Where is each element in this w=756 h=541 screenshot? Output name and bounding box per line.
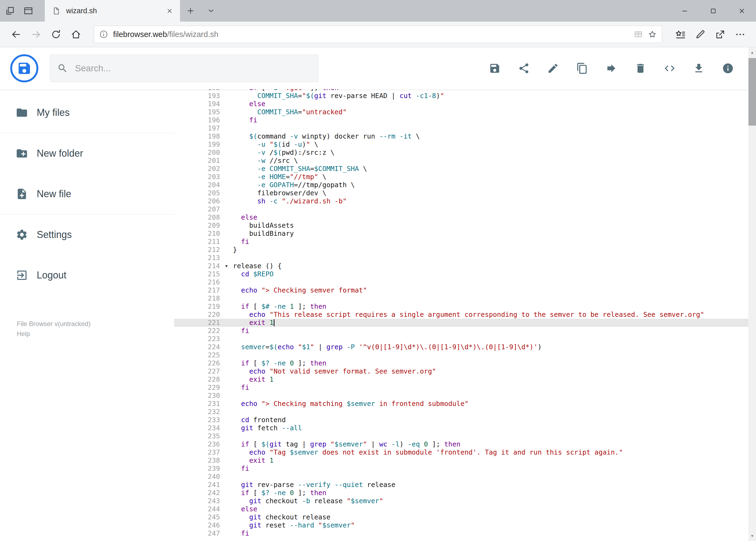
code-line-219[interactable]: 219 if [ $# -ne 1 ]; then bbox=[174, 302, 748, 310]
scroll-down-arrow[interactable]: ▼ bbox=[748, 531, 756, 540]
sidebar-item-logout[interactable]: Logout bbox=[0, 255, 174, 295]
code-line-220[interactable]: 220 echo "This release script requires a… bbox=[174, 310, 748, 319]
url-field[interactable]: filebrowser.web/files/wizard.sh bbox=[94, 26, 662, 43]
code-editor[interactable]: 192 if [ -d ".git" ]; then193 COMMIT_SHA… bbox=[174, 89, 748, 541]
sidebar-item-my-files[interactable]: My files bbox=[0, 92, 174, 133]
code-line-242[interactable]: 242 if [ $? -ne 0 ]; then bbox=[174, 489, 748, 497]
hub-button[interactable] bbox=[670, 24, 690, 44]
info-button[interactable] bbox=[722, 62, 734, 74]
code-line-202[interactable]: 202 -e COMMIT_SHA=$COMMIT_SHA \ bbox=[174, 165, 748, 173]
code-line-196[interactable]: 196 fi bbox=[174, 116, 748, 124]
sidebar-item-new-file[interactable]: New file bbox=[0, 174, 174, 214]
code-line-216[interactable]: 216 bbox=[174, 278, 748, 286]
code-line-229[interactable]: 229 fi bbox=[174, 383, 748, 392]
more-button[interactable] bbox=[730, 24, 750, 44]
code-line-245[interactable]: 245 git checkout release bbox=[174, 513, 748, 521]
code-line-228[interactable]: 228 exit 1 bbox=[174, 375, 748, 383]
code-line-192[interactable]: 192 if [ -d ".git" ]; then bbox=[174, 89, 748, 92]
help-link[interactable]: Help bbox=[17, 329, 174, 339]
reading-view-icon[interactable] bbox=[634, 30, 643, 39]
code-line-208[interactable]: 208 else bbox=[174, 214, 748, 222]
code-line-238[interactable]: 238 exit 1 bbox=[174, 456, 748, 465]
code-line-217[interactable]: 217 echo "> Checking semver format" bbox=[174, 286, 748, 294]
code-line-197[interactable]: 197 bbox=[174, 124, 748, 132]
code-line-221[interactable]: 221 exit 1 bbox=[174, 319, 748, 327]
code-line-243[interactable]: 243 git checkout -b release "$semver" bbox=[174, 497, 748, 505]
share-button[interactable] bbox=[710, 24, 730, 44]
scroll-up-arrow[interactable]: ▲ bbox=[748, 48, 756, 57]
code-line-223[interactable]: 223 bbox=[174, 335, 748, 343]
code-line-230[interactable]: 230 bbox=[174, 392, 748, 400]
code-line-210[interactable]: 210 buildBinary bbox=[174, 230, 748, 238]
code-line-207[interactable]: 207 bbox=[174, 205, 748, 214]
code-line-226[interactable]: 226 if [ $? -ne 0 ]; then bbox=[174, 359, 748, 367]
code-line-199[interactable]: 199 -u "$(id -u)" \ bbox=[174, 141, 748, 149]
code-line-225[interactable]: 225 bbox=[174, 351, 748, 359]
code-line-200[interactable]: 200 -v /$(pwd):/src:z \ bbox=[174, 149, 748, 157]
browser-tab[interactable]: wizard.sh bbox=[45, 0, 180, 22]
switch-editor-button[interactable] bbox=[664, 62, 675, 74]
code-line-204[interactable]: 204 -e GOPATH=//tmp/gopath \ bbox=[174, 181, 748, 189]
tab-preview-button[interactable] bbox=[23, 6, 34, 16]
delete-button[interactable] bbox=[634, 62, 646, 74]
code-line-233[interactable]: 233 cd frontend bbox=[174, 416, 748, 424]
code-line-212[interactable]: 212} bbox=[174, 246, 748, 254]
forward-button[interactable] bbox=[26, 24, 46, 44]
sidebar-item-settings[interactable]: Settings bbox=[0, 215, 174, 255]
annotate-button[interactable] bbox=[690, 24, 710, 44]
code-line-247[interactable]: 247 fi bbox=[174, 529, 748, 537]
favorite-star-icon[interactable] bbox=[648, 30, 657, 39]
search-box[interactable]: Search... bbox=[50, 55, 319, 82]
code-line-205[interactable]: 205 filebrowser/dev \ bbox=[174, 189, 748, 197]
set-tabs-aside-button[interactable] bbox=[5, 6, 15, 16]
edit-button[interactable] bbox=[547, 62, 559, 74]
filebrowser-logo[interactable] bbox=[10, 54, 38, 82]
download-button[interactable] bbox=[693, 62, 705, 74]
code-line-234[interactable]: 234 git fetch --all bbox=[174, 424, 748, 432]
scrollbar-thumb[interactable] bbox=[748, 58, 756, 126]
save-button[interactable] bbox=[489, 62, 501, 74]
code-line-224[interactable]: 224 semver=$(echo "$1" | grep -P '^v(0|[… bbox=[174, 343, 748, 351]
share-button[interactable] bbox=[518, 62, 530, 74]
fold-marker-icon[interactable]: ▾ bbox=[220, 262, 233, 270]
copy-button[interactable] bbox=[576, 62, 588, 74]
code-line-246[interactable]: 246 git reset --hard "$semver" bbox=[174, 521, 748, 529]
code-line-193[interactable]: 193 COMMIT_SHA="$(git rev-parse HEAD | c… bbox=[174, 92, 748, 100]
scrollbar[interactable]: ▲ ▼ bbox=[748, 47, 756, 541]
code-line-235[interactable]: 235 bbox=[174, 432, 748, 440]
refresh-button[interactable] bbox=[46, 24, 66, 44]
code-line-231[interactable]: 231 echo "> Checking matching $semver in… bbox=[174, 400, 748, 408]
code-line-195[interactable]: 195 COMMIT_SHA="untracked" bbox=[174, 108, 748, 116]
sidebar-item-new-folder[interactable]: New folder bbox=[0, 133, 174, 174]
code-line-244[interactable]: 244 else bbox=[174, 505, 748, 513]
code-line-213[interactable]: 213 bbox=[174, 254, 748, 262]
code-line-194[interactable]: 194 else bbox=[174, 100, 748, 108]
move-button[interactable] bbox=[606, 62, 617, 74]
code-line-239[interactable]: 239 fi bbox=[174, 465, 748, 473]
maximize-button[interactable] bbox=[699, 0, 727, 22]
back-button[interactable] bbox=[6, 24, 26, 44]
code-line-214[interactable]: 214▾release () { bbox=[174, 262, 748, 270]
minimize-button[interactable] bbox=[670, 0, 699, 22]
tab-list-button[interactable] bbox=[207, 6, 215, 15]
code-line-232[interactable]: 232 bbox=[174, 408, 748, 416]
new-tab-button[interactable] bbox=[186, 6, 195, 15]
code-line-236[interactable]: 236 if [ $(git tag | grep "$semver" | wc… bbox=[174, 440, 748, 448]
site-info-icon[interactable] bbox=[99, 30, 108, 39]
code-line-215[interactable]: 215 cd $REPO bbox=[174, 270, 748, 278]
code-line-206[interactable]: 206 sh -c "./wizard.sh -b" bbox=[174, 197, 748, 205]
code-line-211[interactable]: 211 fi bbox=[174, 238, 748, 246]
code-line-222[interactable]: 222 fi bbox=[174, 327, 748, 335]
home-button[interactable] bbox=[66, 24, 86, 44]
code-line-201[interactable]: 201 -w //src \ bbox=[174, 157, 748, 165]
code-line-227[interactable]: 227 echo "Not valid semver format. See s… bbox=[174, 367, 748, 375]
code-line-237[interactable]: 237 echo "Tag $semver does not exist in … bbox=[174, 448, 748, 456]
code-line-240[interactable]: 240 bbox=[174, 473, 748, 481]
code-line-218[interactable]: 218 bbox=[174, 294, 748, 302]
close-button[interactable] bbox=[727, 0, 756, 22]
code-line-241[interactable]: 241 git rev-parse --verify --quiet relea… bbox=[174, 481, 748, 489]
code-line-209[interactable]: 209 buildAssets bbox=[174, 222, 748, 230]
code-line-203[interactable]: 203 -e HOME="//tmp" \ bbox=[174, 173, 748, 181]
tab-close-icon[interactable] bbox=[166, 8, 173, 14]
code-line-198[interactable]: 198 $(command -v winpty) docker run --rm… bbox=[174, 132, 748, 141]
